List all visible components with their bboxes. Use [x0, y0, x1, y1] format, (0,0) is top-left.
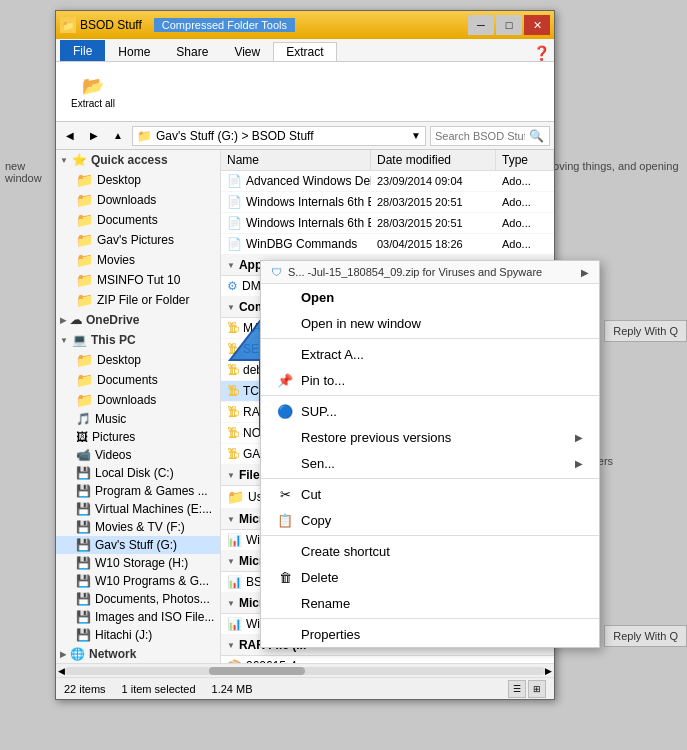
context-sup[interactable]: 🔵 SUP... [261, 398, 599, 424]
sidebar-section-onedrive[interactable]: ▶ ☁ OneDrive [56, 310, 220, 330]
context-pin[interactable]: 📌 Pin to... [261, 367, 599, 393]
drive-icon: 💾 [76, 574, 91, 588]
pdf-icon: 📄 [227, 216, 242, 230]
ctx-separator-1 [261, 338, 599, 339]
sidebar-item-docsphotos[interactable]: 💾 Documents, Photos... [56, 590, 220, 608]
window-icon: 📁 [60, 17, 76, 33]
scroll-track-h[interactable] [65, 667, 545, 675]
context-delete[interactable]: 🗑 Delete [261, 564, 599, 590]
folder-icon: 📁 [76, 372, 93, 388]
drive-icon: 💾 [76, 556, 91, 570]
scroll-left-btn[interactable]: ◀ [58, 666, 65, 676]
search-icon[interactable]: 🔍 [529, 129, 544, 143]
sidebar-label: Desktop [97, 353, 141, 367]
scroll-right-btn[interactable]: ▶ [545, 666, 552, 676]
context-restore-versions[interactable]: Restore previous versions ▶ [261, 424, 599, 450]
extract-all-button[interactable]: 📂 Extract all [64, 71, 122, 112]
sidebar-item-moviesf[interactable]: 💾 Movies & TV (F:) [56, 518, 220, 536]
sidebar-item-localc[interactable]: 💾 Local Disk (C:) [56, 464, 220, 482]
file-row[interactable]: 📄 Advanced Windows Debugging 23/09/2014 … [221, 171, 554, 192]
sidebar-item-vms[interactable]: 💾 Virtual Machines (E:... [56, 500, 220, 518]
help-icon[interactable]: ❓ [533, 45, 550, 61]
context-properties[interactable]: Properties [261, 621, 599, 647]
sidebar-item-msinfo[interactable]: 📁 MSINFO Tut 10 [56, 270, 220, 290]
tab-extract[interactable]: Extract [273, 42, 336, 61]
tab-view[interactable]: View [221, 42, 273, 61]
sidebar-item-videos[interactable]: 📹 Videos [56, 446, 220, 464]
file-row[interactable]: 📄 WinDBG Commands 03/04/2015 18:26 Ado..… [221, 234, 554, 255]
drive-icon: 💾 [76, 610, 91, 624]
context-rename[interactable]: Rename [261, 590, 599, 616]
sidebar-item-downloads2[interactable]: 📁 Downloads [56, 390, 220, 410]
background-right-text1: hoving things, and opening [542, 155, 687, 177]
sidebar-section-thispc[interactable]: ▼ 💻 This PC [56, 330, 220, 350]
forward-button[interactable]: ▶ [84, 126, 104, 146]
context-send[interactable]: Sen... ▶ [261, 450, 599, 476]
details-view-button[interactable]: ☰ [508, 680, 526, 698]
large-icons-button[interactable]: ⊞ [528, 680, 546, 698]
sidebar-label: W10 Programs & G... [95, 574, 209, 588]
address-path[interactable]: 📁 Gav's Stuff (G:) > BSOD Stuff ▼ [132, 126, 426, 146]
sidebar-label: Downloads [97, 193, 156, 207]
sidebar-item-w10programs[interactable]: 💾 W10 Programs & G... [56, 572, 220, 590]
context-cut[interactable]: ✂ Cut [261, 481, 599, 507]
minimize-button[interactable]: ─ [468, 15, 494, 35]
sidebar-item-desktop1[interactable]: 📁 Desktop [56, 170, 220, 190]
zip-icon: 🗜 [227, 321, 239, 335]
sidebar-item-movies[interactable]: 📁 Movies [56, 250, 220, 270]
sidebar-item-imagesiso[interactable]: 💾 Images and ISO File... [56, 608, 220, 626]
sidebar-section-quickaccess[interactable]: ▼ ⭐ Quick access [56, 150, 220, 170]
folder-icon: 📁 [76, 272, 93, 288]
address-dropdown-icon[interactable]: ▼ [411, 130, 421, 141]
sidebar-label: MSINFO Tut 10 [97, 273, 180, 287]
close-button[interactable]: ✕ [524, 15, 550, 35]
sidebar-item-documents1[interactable]: 📁 Documents [56, 210, 220, 230]
sidebar-item-desktop2[interactable]: 📁 Desktop [56, 350, 220, 370]
tab-file[interactable]: File [60, 40, 105, 61]
context-copy[interactable]: 📋 Copy [261, 507, 599, 533]
file-row[interactable]: 📦 060615-4... [221, 656, 554, 663]
sidebar-item-hitachi[interactable]: 💾 Hitachi (J:) [56, 626, 220, 644]
sidebar: ▼ ⭐ Quick access 📁 Desktop 📁 Downloads 📁… [56, 150, 221, 663]
reply-button-top[interactable]: Reply With Q [604, 320, 687, 342]
folder-icon: 📁 [76, 172, 93, 188]
title-bar-left: 📁 BSOD Stuff Compressed Folder Tools [60, 17, 295, 33]
back-button[interactable]: ◀ [60, 126, 80, 146]
col-header-date[interactable]: Date modified [371, 150, 496, 170]
music-icon: 🎵 [76, 412, 91, 426]
file-row[interactable]: 📄 Windows Internals 6th Edition Part 2 2… [221, 192, 554, 213]
open-new-window-icon [277, 315, 293, 331]
up-button[interactable]: ▲ [108, 126, 128, 146]
sidebar-item-gavspictures[interactable]: 📁 Gav's Pictures [56, 230, 220, 250]
shield-icon: 🛡 [271, 266, 282, 278]
col-header-type[interactable]: Type [496, 150, 554, 170]
sidebar-item-w10storage[interactable]: 💾 W10 Storage (H:) [56, 554, 220, 572]
sidebar-item-zip[interactable]: 📁 ZIP File or Folder [56, 290, 220, 310]
tab-share[interactable]: Share [163, 42, 221, 61]
context-open-new-window[interactable]: Open in new window [261, 310, 599, 336]
sidebar-item-programgames[interactable]: 💾 Program & Games ... [56, 482, 220, 500]
sidebar-item-documents2[interactable]: 📁 Documents [56, 370, 220, 390]
sidebar-item-gavsstuff[interactable]: 💾 Gav's Stuff (G:) [56, 536, 220, 554]
sidebar-item-music[interactable]: 🎵 Music [56, 410, 220, 428]
drive-icon: 💾 [76, 466, 91, 480]
copy-icon: 📋 [277, 512, 293, 528]
sidebar-item-downloads1[interactable]: 📁 Downloads [56, 190, 220, 210]
maximize-button[interactable]: □ [496, 15, 522, 35]
sidebar-section-network[interactable]: ▶ 🌐 Network [56, 644, 220, 663]
horizontal-scrollbar[interactable]: ◀ ▶ [56, 663, 554, 677]
context-open[interactable]: Open [261, 284, 599, 310]
folder-icon: 📁 [76, 292, 93, 308]
shortcut-icon [277, 543, 293, 559]
context-create-shortcut[interactable]: Create shortcut [261, 538, 599, 564]
sidebar-item-pictures[interactable]: 🖼 Pictures [56, 428, 220, 446]
search-input[interactable] [435, 130, 525, 142]
context-extract-all[interactable]: Extract A... [261, 341, 599, 367]
reply-button-bottom[interactable]: Reply With Q [604, 625, 687, 647]
file-row[interactable]: 📄 Windows Internals 6th Edition Part 1 2… [221, 213, 554, 234]
network-label: Network [89, 647, 136, 661]
sidebar-label: Documents [97, 373, 158, 387]
tab-home[interactable]: Home [105, 42, 163, 61]
sidebar-label: W10 Storage (H:) [95, 556, 188, 570]
col-header-name[interactable]: Name [221, 150, 371, 170]
